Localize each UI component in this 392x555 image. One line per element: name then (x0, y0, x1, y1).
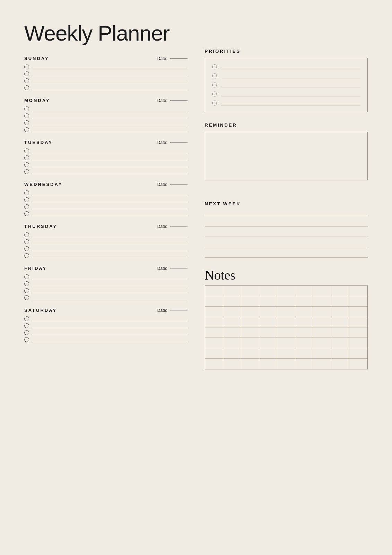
task-item[interactable] (24, 71, 188, 76)
task-item[interactable] (24, 162, 188, 167)
notes-grid-cell[interactable] (277, 296, 295, 307)
notes-grid-cell[interactable] (349, 359, 367, 369)
task-checkbox[interactable] (24, 316, 29, 321)
notes-grid-cell[interactable] (223, 359, 241, 369)
date-line[interactable] (170, 142, 188, 143)
notes-grid-cell[interactable] (241, 296, 259, 307)
notes-grid-cell[interactable] (295, 348, 313, 359)
task-checkbox[interactable] (24, 246, 29, 251)
notes-grid-cell[interactable] (205, 286, 223, 296)
notes-grid-cell[interactable] (331, 307, 349, 317)
task-item[interactable] (24, 232, 188, 237)
notes-grid-cell[interactable] (295, 327, 313, 338)
date-line[interactable] (170, 100, 188, 101)
task-item[interactable] (24, 127, 188, 132)
notes-grid-cell[interactable] (349, 348, 367, 359)
notes-grid[interactable] (205, 285, 368, 369)
task-item[interactable] (24, 78, 188, 83)
task-checkbox[interactable] (24, 232, 29, 237)
notes-grid-cell[interactable] (313, 317, 331, 327)
notes-grid-cell[interactable] (313, 359, 331, 369)
task-item[interactable] (24, 148, 188, 153)
task-item[interactable] (24, 253, 188, 258)
task-item[interactable] (24, 246, 188, 251)
notes-grid-cell[interactable] (349, 296, 367, 307)
notes-grid-cell[interactable] (223, 348, 241, 359)
priority-checkbox[interactable] (212, 74, 217, 78)
notes-grid-cell[interactable] (223, 286, 241, 296)
task-item[interactable] (24, 239, 188, 244)
notes-grid-cell[interactable] (349, 307, 367, 317)
notes-grid-cell[interactable] (277, 307, 295, 317)
task-checkbox[interactable] (24, 330, 29, 335)
notes-grid-cell[interactable] (205, 317, 223, 327)
task-item[interactable] (24, 337, 188, 342)
task-checkbox[interactable] (24, 78, 29, 83)
task-checkbox[interactable] (24, 71, 29, 76)
task-checkbox[interactable] (24, 155, 29, 160)
task-item[interactable] (24, 197, 188, 202)
task-item[interactable] (24, 85, 188, 90)
task-checkbox[interactable] (24, 253, 29, 258)
notes-grid-cell[interactable] (313, 307, 331, 317)
notes-grid-cell[interactable] (259, 348, 277, 359)
priority-item[interactable] (212, 74, 361, 78)
notes-grid-cell[interactable] (241, 307, 259, 317)
notes-grid-cell[interactable] (223, 338, 241, 348)
notes-grid-cell[interactable] (205, 359, 223, 369)
notes-grid-cell[interactable] (313, 348, 331, 359)
notes-grid-cell[interactable] (295, 296, 313, 307)
notes-grid-cell[interactable] (223, 307, 241, 317)
task-checkbox[interactable] (24, 106, 29, 111)
task-checkbox[interactable] (24, 211, 29, 216)
notes-grid-cell[interactable] (223, 317, 241, 327)
notes-grid-cell[interactable] (277, 317, 295, 327)
task-item[interactable] (24, 113, 188, 118)
priority-checkbox[interactable] (212, 65, 217, 69)
task-item[interactable] (24, 274, 188, 279)
date-line[interactable] (170, 226, 188, 227)
notes-grid-cell[interactable] (259, 307, 277, 317)
notes-grid-cell[interactable] (259, 338, 277, 348)
notes-grid-cell[interactable] (241, 348, 259, 359)
task-item[interactable] (24, 330, 188, 335)
notes-grid-cell[interactable] (259, 359, 277, 369)
task-item[interactable] (24, 155, 188, 160)
task-item[interactable] (24, 120, 188, 125)
task-item[interactable] (24, 211, 188, 216)
notes-grid-cell[interactable] (223, 296, 241, 307)
task-item[interactable] (24, 288, 188, 293)
notes-grid-cell[interactable] (205, 338, 223, 348)
task-checkbox[interactable] (24, 162, 29, 167)
notes-grid-cell[interactable] (277, 338, 295, 348)
priority-item[interactable] (212, 101, 361, 105)
notes-grid-cell[interactable] (331, 327, 349, 338)
task-item[interactable] (24, 204, 188, 209)
notes-grid-cell[interactable] (241, 286, 259, 296)
task-checkbox[interactable] (24, 85, 29, 90)
notes-grid-cell[interactable] (295, 359, 313, 369)
task-item[interactable] (24, 295, 188, 300)
notes-grid-cell[interactable] (313, 338, 331, 348)
notes-grid-cell[interactable] (295, 317, 313, 327)
notes-grid-cell[interactable] (349, 327, 367, 338)
priority-item[interactable] (212, 92, 361, 96)
notes-grid-cell[interactable] (313, 296, 331, 307)
task-checkbox[interactable] (24, 65, 29, 69)
notes-grid-cell[interactable] (295, 338, 313, 348)
notes-grid-cell[interactable] (331, 359, 349, 369)
notes-grid-cell[interactable] (277, 327, 295, 338)
notes-grid-cell[interactable] (259, 327, 277, 338)
priority-item[interactable] (212, 65, 361, 69)
notes-grid-cell[interactable] (277, 359, 295, 369)
task-item[interactable] (24, 281, 188, 286)
notes-grid-cell[interactable] (277, 348, 295, 359)
notes-grid-cell[interactable] (349, 338, 367, 348)
notes-grid-cell[interactable] (259, 317, 277, 327)
notes-grid-cell[interactable] (205, 296, 223, 307)
priority-checkbox[interactable] (212, 83, 217, 87)
notes-grid-cell[interactable] (349, 317, 367, 327)
date-line[interactable] (170, 268, 188, 268)
priority-item[interactable] (212, 83, 361, 87)
notes-grid-cell[interactable] (331, 296, 349, 307)
